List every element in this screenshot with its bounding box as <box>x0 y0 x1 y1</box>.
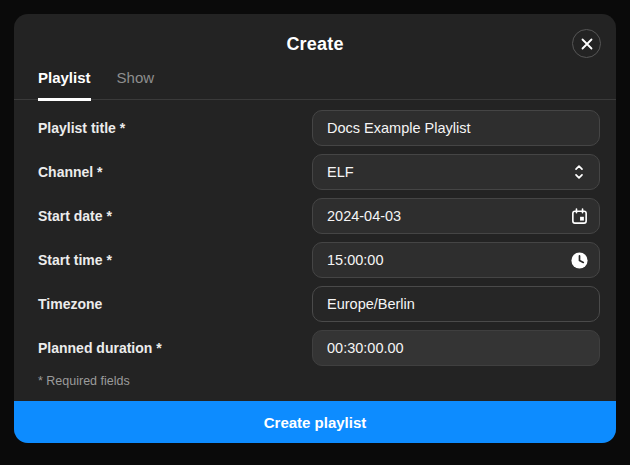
start-date-control <box>312 198 600 234</box>
planned-duration-label: Planned duration * <box>38 340 162 356</box>
form-row-start-time: Start time * <box>38 242 600 278</box>
start-date-input[interactable] <box>312 198 600 234</box>
channel-select[interactable]: ELF <box>312 154 600 190</box>
planned-duration-input[interactable] <box>312 330 600 366</box>
start-date-label: Start date * <box>38 208 112 224</box>
start-time-label: Start time * <box>38 252 112 268</box>
playlist-title-label: Playlist title * <box>38 120 125 136</box>
playlist-title-input[interactable] <box>312 110 600 146</box>
form-row-start-date: Start date * <box>38 198 600 234</box>
form-row-timezone: Timezone <box>38 286 600 322</box>
form-row-planned-duration: Planned duration * <box>38 330 600 366</box>
tab-playlist[interactable]: Playlist <box>38 69 91 101</box>
timezone-label: Timezone <box>38 296 102 312</box>
dialog-header: Create Playlist Show <box>14 14 616 100</box>
required-fields-note: * Required fields <box>38 374 600 388</box>
close-button[interactable] <box>572 29 601 58</box>
close-icon <box>581 38 593 50</box>
timezone-control <box>312 286 600 322</box>
create-playlist-button[interactable]: Create playlist <box>14 401 616 443</box>
calendar-icon[interactable] <box>569 206 589 226</box>
screen: Create Playlist Show Playlist title * <box>0 0 630 465</box>
planned-duration-control <box>312 330 600 366</box>
page-title: Create <box>14 34 616 55</box>
clock-icon[interactable] <box>569 250 589 270</box>
select-chevrons-icon <box>569 162 589 182</box>
channel-label: Channel * <box>38 164 103 180</box>
form-row-channel: Channel * ELF <box>38 154 600 190</box>
start-time-control <box>312 242 600 278</box>
form-row-playlist-title: Playlist title * <box>38 110 600 146</box>
start-time-input[interactable] <box>312 242 600 278</box>
tab-show[interactable]: Show <box>117 69 155 101</box>
playlist-title-control <box>312 110 600 146</box>
channel-control: ELF <box>312 154 600 190</box>
create-dialog: Create Playlist Show Playlist title * <box>14 14 616 443</box>
tab-bar: Playlist Show <box>14 55 616 100</box>
timezone-input[interactable] <box>312 286 600 322</box>
create-playlist-form: Playlist title * Channel * ELF <box>14 100 616 401</box>
